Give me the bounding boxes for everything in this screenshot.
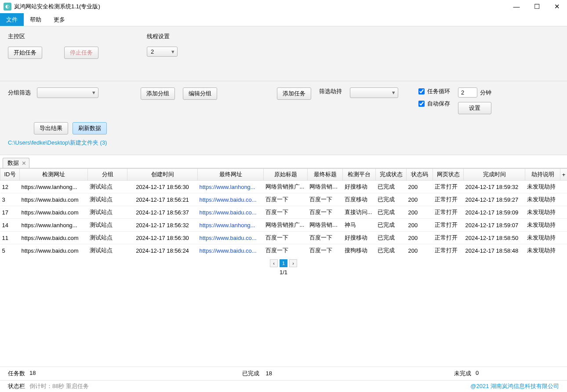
table-row[interactable]: 11https://www.baidu.com测试站点2024-12-17 18… — [0, 232, 567, 244]
table-row[interactable]: 14https://www.lanhong...测试站点2024-12-17 1… — [0, 219, 567, 232]
col-header[interactable]: 最终标题 — [308, 169, 343, 181]
export-results-button[interactable]: 导出结果 — [34, 122, 68, 134]
table-row[interactable]: 5https://www.baidu.com测试站点2024-12-17 18:… — [0, 244, 567, 256]
col-header[interactable]: 原始标题 — [264, 169, 308, 181]
cell: 百度一下 — [308, 206, 343, 219]
refresh-data-button[interactable]: 刷新数据 — [73, 122, 107, 134]
col-header[interactable]: 完成时间 — [464, 169, 525, 181]
maximize-button[interactable]: ☐ — [527, 0, 547, 13]
cell: 正常打开 — [433, 181, 464, 193]
col-header[interactable]: 最终网址 — [198, 169, 264, 181]
loop-unit-label: 分钟 — [480, 89, 491, 97]
cell: 百度一下 — [308, 244, 343, 256]
cell: 测试站点 — [88, 219, 127, 232]
cell: 百度一下 — [264, 232, 308, 244]
menu-file[interactable]: 文件 — [0, 13, 24, 26]
tab-data[interactable]: 数据 ✕ — [3, 158, 29, 168]
col-header[interactable]: 网页状态 — [433, 169, 464, 181]
titlebar: ◐ 岚鸿网站安全检测系统1.1(专业版) — ☐ ✕ — [0, 0, 567, 13]
loop-interval-input[interactable] — [458, 87, 477, 98]
menubar: 文件 帮助 更多 — [0, 13, 567, 26]
cell: 2024-12-17 18:59:07 — [464, 219, 525, 232]
thread-count-select[interactable]: 2 — [147, 47, 178, 57]
save-path-link[interactable]: C:\Users\fedke\Desktop\新建文件夹 (3) — [8, 139, 107, 147]
col-header[interactable]: 创建时间 — [127, 169, 198, 181]
pager-page-1[interactable]: 1 — [280, 259, 287, 267]
add-group-button[interactable]: 添加分组 — [141, 87, 175, 100]
add-task-button[interactable]: 添加任务 — [277, 87, 311, 100]
cell: 2024-12-17 18:56:24 — [127, 244, 198, 256]
settings-button[interactable]: 设置 — [458, 102, 491, 114]
status-summary: 任务数18 已完成 18 未完成0 — [0, 367, 567, 380]
pager-total: 1/1 — [280, 269, 287, 276]
tab-close-icon[interactable]: ✕ — [22, 160, 26, 167]
app-logo-icon: ◐ — [4, 3, 11, 11]
start-task-button[interactable]: 开始任务 — [8, 47, 42, 59]
pager: ‹ 1 › 1/1 — [0, 256, 567, 279]
cell: 网络营销推广... — [264, 219, 308, 232]
cell: 百度移动 — [343, 193, 376, 206]
cell: 3 — [0, 193, 20, 206]
cell: 12 — [0, 181, 20, 193]
cell: 14 — [0, 219, 20, 232]
cell: https://www.baidu.com — [20, 206, 88, 219]
data-grid[interactable]: ID号检测网址分组创建时间最终网址原始标题最终标题检测平台完成状态状态码网页状态… — [0, 168, 567, 256]
cell: 百度一下 — [308, 232, 343, 244]
thread-settings-label: 线程设置 — [147, 33, 178, 40]
cell: https://www.baidu.com — [20, 244, 88, 256]
cell: 测试站点 — [88, 206, 127, 219]
pager-next-button[interactable]: › — [289, 259, 297, 267]
toolbar-filters: 分组筛选 添加分组 编辑分组 添加任务 筛选劫持 任务循环 自动保存 分钟 设置… — [0, 81, 567, 155]
countdown-text: 倒计时：88秒 重启任务 — [29, 382, 89, 390]
cell: 已完成 — [376, 244, 407, 256]
col-header[interactable]: 检测平台 — [343, 169, 376, 181]
cell: 百度一下 — [264, 244, 308, 256]
add-column-button[interactable]: + — [560, 169, 567, 181]
copyright-link[interactable]: @2021 湖南岚鸿信息科技有限公司 — [470, 382, 559, 390]
col-header[interactable]: ID号 — [0, 169, 20, 181]
done-label: 已完成 — [242, 370, 259, 377]
table-row[interactable]: 17https://www.baidu.com测试站点2024-12-17 18… — [0, 206, 567, 219]
toolbar-main: 主控区 开始任务 停止任务 线程设置 2 — [0, 26, 567, 81]
cell: 200 — [407, 244, 433, 256]
task-loop-checkbox[interactable]: 任务循环 — [418, 87, 450, 95]
group-filter-label: 分组筛选 — [8, 89, 31, 97]
table-row[interactable]: 3https://www.baidu.com测试站点2024-12-17 18:… — [0, 193, 567, 206]
col-header[interactable]: 劫持说明 — [525, 169, 560, 181]
cell: https://www.lanhong... — [198, 181, 264, 193]
main-control-label: 主控区 — [8, 33, 98, 40]
autosave-checkbox[interactable]: 自动保存 — [418, 100, 450, 108]
col-header[interactable]: 分组 — [88, 169, 127, 181]
stop-task-button[interactable]: 停止任务 — [64, 47, 98, 59]
cell: https://www.lanhong... — [20, 181, 88, 193]
edit-group-button[interactable]: 编辑分组 — [183, 87, 217, 100]
cell: 2024-12-17 18:56:21 — [127, 193, 198, 206]
cell: 已完成 — [376, 206, 407, 219]
minimize-button[interactable]: — — [506, 0, 527, 13]
menu-help[interactable]: 帮助 — [24, 13, 47, 26]
cell: 神马 — [343, 219, 376, 232]
cell: 好搜移动 — [343, 232, 376, 244]
cell: 200 — [407, 232, 433, 244]
cell: 网络营销推广... — [308, 181, 343, 193]
cell: 200 — [407, 206, 433, 219]
col-header[interactable]: 完成状态 — [376, 169, 407, 181]
cell: 网络营销推广... — [308, 219, 343, 232]
col-header[interactable]: 检测网址 — [20, 169, 88, 181]
menu-more[interactable]: 更多 — [47, 13, 71, 26]
pager-prev-button[interactable]: ‹ — [270, 259, 278, 267]
cell: https://www.baidu.com — [20, 193, 88, 206]
close-button[interactable]: ✕ — [547, 0, 567, 13]
cell: 200 — [407, 181, 433, 193]
cell: https://www.lanhong... — [20, 219, 88, 232]
cell: 未发现劫持 — [525, 181, 560, 193]
group-filter-select[interactable] — [37, 87, 98, 98]
table-row[interactable]: 12https://www.lanhong...测试站点2024-12-17 1… — [0, 181, 567, 193]
cell: 2024-12-17 18:59:09 — [464, 206, 525, 219]
cell: 测试站点 — [88, 244, 127, 256]
cell: https://www.baidu.com — [20, 232, 88, 244]
cell: 正常打开 — [433, 232, 464, 244]
done-count: 18 — [265, 370, 272, 377]
filter-hijack-select[interactable] — [350, 87, 398, 98]
col-header[interactable]: 状态码 — [407, 169, 433, 181]
